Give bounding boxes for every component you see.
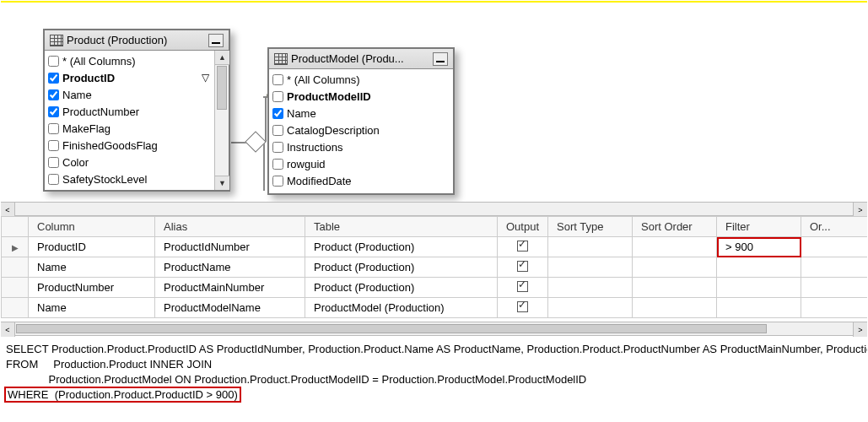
column-item[interactable]: Instructions [269, 138, 453, 155]
cell-alias[interactable]: ProductMainNumber [155, 278, 305, 298]
cell-alias[interactable]: ProductName [155, 257, 305, 278]
column-checkbox[interactable] [48, 56, 59, 67]
cell-column[interactable]: Name [29, 298, 155, 318]
scroll-right-button[interactable]: > [853, 203, 867, 217]
cell-sort-order[interactable] [633, 298, 717, 318]
cell-sort-order[interactable] [633, 237, 717, 257]
header-filter[interactable]: Filter [717, 217, 801, 237]
column-checkbox[interactable] [272, 159, 283, 170]
column-item[interactable]: * (All Columns) [269, 71, 453, 88]
column-checkbox[interactable] [48, 140, 59, 151]
cell-alias[interactable]: ProductIdNumber [155, 237, 305, 257]
column-item[interactable]: ProductNumber [45, 103, 214, 120]
cell-sort-type[interactable] [548, 257, 633, 278]
cell-column[interactable]: ProductNumber [29, 278, 155, 298]
cell-or[interactable] [801, 257, 869, 278]
header-column[interactable]: Column [29, 217, 155, 237]
column-item[interactable]: CatalogDescription [269, 122, 453, 138]
scroll-left-button[interactable]: < [1, 203, 15, 217]
scrollbar-vertical[interactable]: ▲ ▼ [214, 51, 229, 190]
cell-or[interactable] [801, 237, 869, 257]
sql-line: FROM Production.Product INNER JOIN [6, 358, 212, 371]
column-item[interactable]: ProductModelID [269, 88, 453, 105]
criteria-row[interactable]: ▶ProductIDProductIdNumberProduct (Produc… [2, 237, 869, 257]
row-selector[interactable]: ▶ [2, 237, 29, 257]
column-item[interactable]: Color [45, 154, 214, 170]
header-output[interactable]: Output [498, 217, 548, 237]
table-productmodel[interactable]: ProductModel (Produ... * (All Columns)Pr… [267, 47, 455, 195]
criteria-row[interactable]: NameProductModelNameProductModel (Produc… [2, 298, 869, 318]
table-titlebar[interactable]: ProductModel (Produ... [269, 49, 453, 69]
column-checkbox[interactable] [272, 125, 283, 136]
cell-table[interactable]: ProductModel (Production) [305, 298, 498, 318]
scroll-thumb[interactable] [217, 66, 227, 110]
column-checkbox[interactable] [272, 74, 283, 85]
cell-sort-type[interactable] [548, 278, 633, 298]
column-item[interactable]: SafetyStockLevel [45, 170, 214, 187]
header-sort-type[interactable]: Sort Type [548, 217, 633, 237]
checkmark-icon [517, 261, 528, 272]
column-checkbox[interactable] [48, 157, 59, 168]
row-selector[interactable] [2, 257, 29, 278]
row-selector[interactable] [2, 278, 29, 298]
cell-column[interactable]: ProductID [29, 237, 155, 257]
scroll-up-button[interactable]: ▲ [215, 51, 229, 65]
cell-output[interactable] [498, 298, 548, 318]
cell-filter[interactable] [717, 278, 801, 298]
criteria-horizontal-scrollbar[interactable]: < > [1, 322, 867, 336]
header-alias[interactable]: Alias [155, 217, 305, 237]
column-item[interactable]: Name [269, 105, 453, 122]
column-checkbox[interactable] [272, 108, 283, 119]
diagram-horizontal-scrollbar[interactable]: < > [1, 202, 867, 216]
cell-filter[interactable]: > 900 [717, 237, 801, 257]
table-product[interactable]: Product (Production) * (All Columns)Prod… [43, 29, 230, 192]
column-checkbox[interactable] [48, 106, 59, 117]
column-checkbox[interactable] [48, 89, 59, 100]
scroll-left-button[interactable]: < [1, 322, 15, 337]
cell-table[interactable]: Product (Production) [305, 237, 498, 257]
scroll-thumb[interactable] [16, 324, 767, 333]
column-item[interactable]: Name [45, 86, 214, 103]
criteria-row[interactable]: NameProductNameProduct (Production) [2, 257, 869, 278]
header-table[interactable]: Table [305, 217, 498, 237]
column-checkbox[interactable] [48, 174, 59, 185]
cell-output[interactable] [498, 237, 548, 257]
criteria-row[interactable]: ProductNumberProductMainNumberProduct (P… [2, 278, 869, 298]
sql-pane[interactable]: SELECT Production.Product.ProductID AS P… [1, 338, 867, 406]
cell-output[interactable] [498, 257, 548, 278]
cell-sort-type[interactable] [548, 298, 633, 318]
minimize-button[interactable] [433, 52, 448, 66]
minimize-button[interactable] [208, 34, 224, 47]
scroll-right-button[interactable]: > [853, 322, 867, 337]
cell-sort-order[interactable] [633, 278, 717, 298]
column-checkbox[interactable] [48, 123, 59, 134]
scroll-down-button[interactable]: ▼ [215, 176, 229, 190]
row-selector[interactable] [2, 298, 29, 318]
cell-column[interactable]: Name [29, 257, 155, 278]
cell-sort-order[interactable] [633, 257, 717, 278]
cell-output[interactable] [498, 278, 548, 298]
column-checkbox[interactable] [272, 142, 283, 153]
sql-line: Production.ProductModel ON Production.Pr… [6, 373, 586, 386]
column-item[interactable]: rowguid [269, 155, 453, 172]
header-sort-order[interactable]: Sort Order [633, 217, 717, 237]
cell-or[interactable] [801, 298, 869, 318]
column-item[interactable]: ProductID▽ [45, 69, 214, 86]
criteria-grid[interactable]: Column Alias Table Output Sort Type Sort… [1, 216, 868, 318]
column-item[interactable]: MakeFlag [45, 120, 214, 137]
cell-filter[interactable] [717, 298, 801, 318]
header-or[interactable]: Or... [801, 217, 869, 237]
column-checkbox[interactable] [272, 176, 283, 187]
column-item[interactable]: FinishedGoodsFlag [45, 137, 214, 154]
cell-table[interactable]: Product (Production) [305, 257, 498, 278]
cell-filter[interactable] [717, 257, 801, 278]
cell-alias[interactable]: ProductModelName [155, 298, 305, 318]
cell-table[interactable]: Product (Production) [305, 278, 498, 298]
column-item[interactable]: * (All Columns) [45, 52, 214, 69]
column-item[interactable]: ModifiedDate [269, 172, 453, 189]
column-checkbox[interactable] [48, 73, 59, 84]
cell-sort-type[interactable] [548, 237, 633, 257]
cell-or[interactable] [801, 278, 869, 298]
table-titlebar[interactable]: Product (Production) [45, 30, 229, 51]
column-checkbox[interactable] [272, 91, 283, 102]
